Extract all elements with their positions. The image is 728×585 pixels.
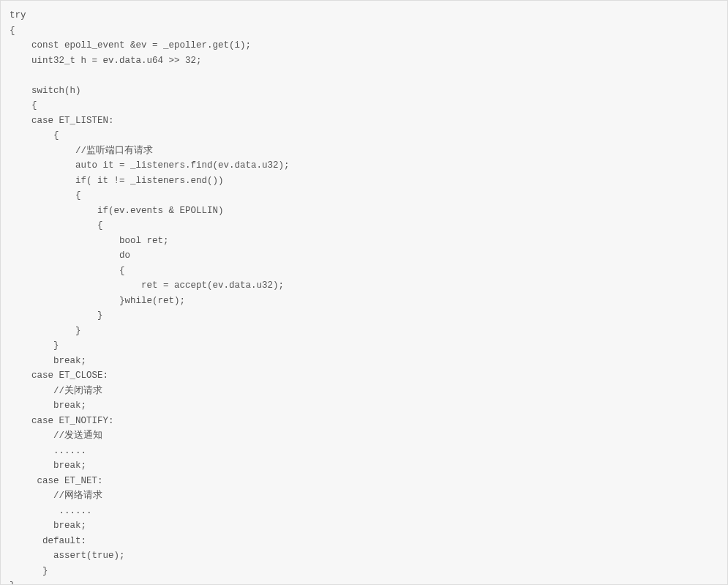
code-line: } (10, 566, 48, 576)
code-line: uint32_t h = ev.data.u64 >> 32; (10, 56, 202, 66)
code-line: //网络请求 (10, 491, 102, 501)
code-line: break; (10, 400, 86, 411)
code-line: //监听端口有请求 (10, 146, 153, 156)
code-line: bool ret; (10, 236, 169, 246)
code-line: case ET_LISTEN: (10, 116, 114, 126)
code-line: break; (10, 356, 86, 366)
code-line: const epoll_event &ev = _epoller.get(i); (10, 40, 251, 51)
code-line: ...... (10, 506, 92, 516)
code-line: assert(true); (10, 551, 125, 561)
code-line: case ET_CLOSE: (10, 370, 108, 381)
code-line: { (10, 130, 59, 141)
code-line: case ET_NET: (10, 476, 103, 486)
code-line: } (10, 340, 59, 351)
code-line: do (10, 250, 130, 261)
code-line: //发送通知 (10, 431, 102, 441)
code-line: { (10, 266, 125, 276)
code-line: }while(ret); (10, 296, 185, 306)
code-line: if( it != _listeners.end()) (10, 176, 224, 186)
code-line: break; (10, 461, 86, 471)
code-block: try { const epoll_event &ev = _epoller.g… (0, 0, 728, 585)
code-line: auto it = _listeners.find(ev.data.u32); (10, 160, 290, 171)
code-line: //关闭请求 (10, 386, 102, 396)
code-line: ...... (10, 446, 86, 456)
code-line: case ET_NOTIFY: (10, 416, 114, 426)
code-line: { (10, 100, 37, 111)
code-line: break; (10, 521, 86, 531)
code-line: { (10, 26, 15, 36)
code-line: if(ev.events & EPOLLIN) (10, 206, 224, 216)
code-line: { (10, 220, 103, 231)
code-line: } (10, 326, 81, 336)
code-line: switch(h) (10, 86, 81, 96)
code-line: } (10, 581, 15, 585)
code-line: default: (10, 536, 86, 546)
code-line: { (10, 190, 81, 201)
code-line: } (10, 310, 103, 321)
code-line: ret = accept(ev.data.u32); (10, 280, 284, 291)
code-line: try (10, 10, 26, 21)
